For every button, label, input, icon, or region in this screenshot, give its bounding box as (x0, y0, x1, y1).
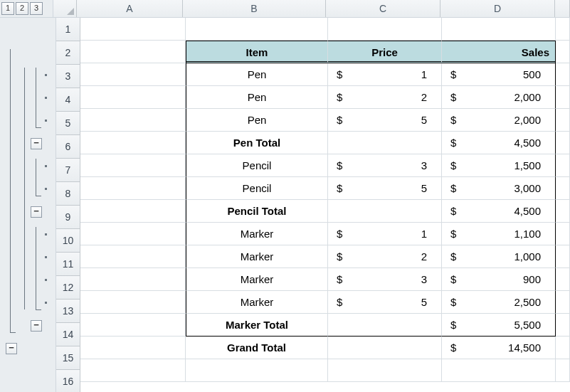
col-header-B[interactable]: B (183, 0, 326, 17)
cell-subtotal-value[interactable]: $4,500 (442, 132, 556, 154)
row-header[interactable]: 9 (56, 206, 80, 229)
cell[interactable] (80, 154, 186, 177)
cell[interactable] (556, 314, 570, 337)
header-sales[interactable]: Sales (442, 41, 556, 63)
cell-sales[interactable]: $2,500 (442, 291, 556, 314)
cell[interactable] (186, 18, 328, 41)
cell-item[interactable]: Marker (186, 268, 328, 291)
cell-price[interactable]: $5 (328, 291, 442, 314)
cell[interactable] (80, 337, 186, 359)
cell[interactable] (556, 223, 570, 245)
cell[interactable] (80, 41, 186, 63)
cell-subtotal-label[interactable]: Marker Total (186, 314, 328, 337)
cell[interactable] (556, 154, 570, 177)
cell[interactable] (328, 314, 442, 337)
select-all-corner[interactable] (53, 0, 77, 17)
cell-subtotal-label[interactable]: Pen Total (186, 132, 328, 154)
cell-subtotal-value[interactable]: $4,500 (442, 200, 556, 223)
col-header-extra[interactable] (555, 0, 570, 17)
cell[interactable] (328, 132, 442, 154)
cell[interactable] (80, 223, 186, 245)
outline-level-3-button[interactable]: 3 (30, 2, 43, 15)
header-item[interactable]: Item (186, 41, 328, 63)
row-header[interactable]: 2 (56, 41, 80, 65)
cell-item[interactable]: Marker (186, 245, 328, 268)
cell[interactable] (442, 359, 556, 382)
cell-price[interactable]: $3 (328, 268, 442, 291)
cell-price[interactable]: $1 (328, 63, 442, 86)
outline-level-1-button[interactable]: 1 (1, 2, 14, 15)
cell[interactable] (442, 18, 556, 41)
cell[interactable] (328, 359, 442, 382)
cell-sales[interactable]: $900 (442, 268, 556, 291)
cell-sales[interactable]: $2,000 (442, 109, 556, 132)
row-header[interactable]: 10 (56, 229, 80, 253)
row-header[interactable]: 12 (56, 276, 80, 300)
cell[interactable] (556, 132, 570, 154)
cell[interactable] (556, 18, 570, 41)
outline-collapse-pen[interactable]: − (31, 138, 42, 149)
cell[interactable] (556, 41, 570, 63)
outline-level-2-button[interactable]: 2 (16, 2, 28, 15)
cell-price[interactable]: $2 (328, 86, 442, 109)
cell[interactable] (556, 200, 570, 223)
cell[interactable] (80, 18, 186, 41)
cell-price[interactable]: $1 (328, 223, 442, 245)
outline-collapse-level1[interactable]: − (6, 343, 17, 354)
row-header[interactable]: 4 (56, 88, 80, 112)
cell[interactable] (80, 200, 186, 223)
col-header-C[interactable]: C (326, 0, 440, 17)
cell[interactable] (328, 337, 442, 359)
cell[interactable] (80, 359, 186, 382)
cell[interactable] (80, 268, 186, 291)
cell[interactable] (80, 132, 186, 154)
col-header-A[interactable]: A (77, 0, 183, 17)
cell[interactable] (556, 268, 570, 291)
cell-item[interactable]: Pencil (186, 177, 328, 200)
row-header[interactable]: 8 (56, 182, 80, 206)
row-header[interactable]: 1 (56, 18, 80, 41)
cell-item[interactable]: Pen (186, 63, 328, 86)
cell-subtotal-value[interactable]: $5,500 (442, 314, 556, 337)
cell-item[interactable]: Marker (186, 291, 328, 314)
row-header[interactable]: 5 (56, 112, 80, 135)
row-header[interactable]: 16 (56, 370, 80, 392)
cell-item[interactable]: Pen (186, 109, 328, 132)
cell[interactable] (80, 314, 186, 337)
cell-subtotal-label[interactable]: Pencil Total (186, 200, 328, 223)
cell[interactable] (80, 291, 186, 314)
cell-item[interactable]: Pencil (186, 154, 328, 177)
cell[interactable] (328, 18, 442, 41)
cell[interactable] (556, 291, 570, 314)
outline-collapse-marker[interactable]: − (31, 320, 42, 332)
cell-price[interactable]: $2 (328, 245, 442, 268)
cell-sales[interactable]: $1,500 (442, 154, 556, 177)
cell[interactable] (80, 109, 186, 132)
header-price[interactable]: Price (328, 41, 442, 63)
cell-price[interactable]: $5 (328, 109, 442, 132)
cell-sales[interactable]: $3,000 (442, 177, 556, 200)
cell[interactable] (556, 109, 570, 132)
cell-grand-total-value[interactable]: $14,500 (442, 337, 556, 359)
cell[interactable] (556, 63, 570, 86)
cell[interactable] (80, 63, 186, 86)
cell[interactable] (80, 245, 186, 268)
row-header[interactable]: 6 (56, 135, 80, 159)
row-header[interactable]: 15 (56, 346, 80, 370)
cell-item[interactable]: Pen (186, 86, 328, 109)
cell-item[interactable]: Marker (186, 223, 328, 245)
row-header[interactable]: 3 (56, 65, 80, 88)
cell-sales[interactable]: $1,100 (442, 223, 556, 245)
cell-sales[interactable]: $2,000 (442, 86, 556, 109)
cell-price[interactable]: $5 (328, 177, 442, 200)
cell[interactable] (556, 337, 570, 359)
row-header[interactable]: 13 (56, 300, 80, 323)
cell[interactable] (556, 86, 570, 109)
cell[interactable] (80, 86, 186, 109)
cell[interactable] (556, 359, 570, 382)
cell[interactable] (328, 200, 442, 223)
row-header[interactable]: 7 (56, 159, 80, 182)
row-header[interactable]: 11 (56, 253, 80, 276)
outline-collapse-pencil[interactable]: − (31, 206, 42, 218)
cell[interactable] (556, 177, 570, 200)
